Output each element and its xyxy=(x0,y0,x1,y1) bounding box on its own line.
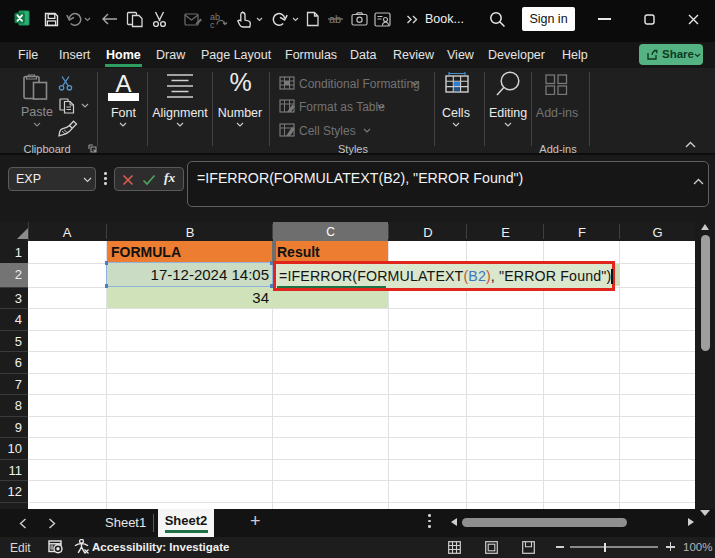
svg-text:c: c xyxy=(210,20,215,29)
